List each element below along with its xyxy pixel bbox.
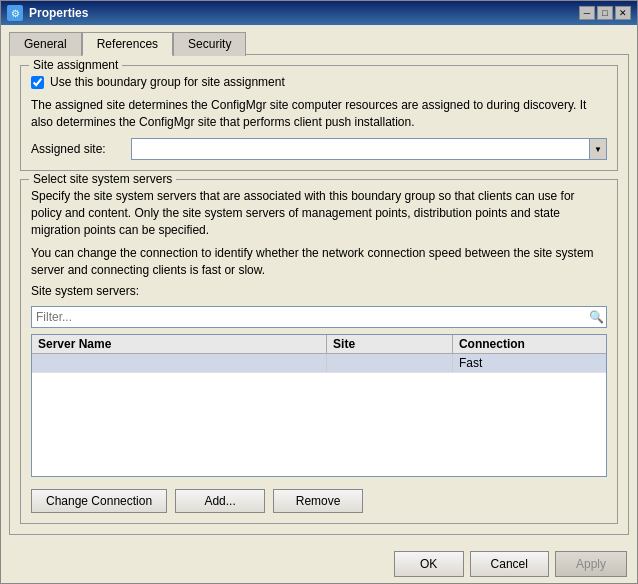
site-assignment-group: Site assignment Use this boundary group … (20, 65, 618, 171)
filter-input[interactable] (34, 307, 589, 327)
server-table: Server Name Site Connection Fast (31, 334, 607, 477)
table-header: Server Name Site Connection (32, 335, 606, 354)
tab-references[interactable]: References (82, 32, 173, 56)
column-header-server-name: Server Name (32, 335, 327, 353)
dialog-footer: OK Cancel Apply (1, 543, 637, 583)
cancel-button[interactable]: Cancel (470, 551, 549, 577)
site-servers-content: Specify the site system servers that are… (31, 188, 607, 513)
assigned-site-dropdown-container: ▼ (131, 138, 607, 160)
search-icon: 🔍 (589, 310, 604, 324)
add-button[interactable]: Add... (175, 489, 265, 513)
table-row[interactable]: Fast (32, 354, 606, 373)
servers-description2: You can change the connection to identif… (31, 245, 607, 279)
properties-dialog: ⚙ Properties ─ □ ✕ General References Se… (0, 0, 638, 584)
cell-server-name (32, 354, 327, 372)
close-button[interactable]: ✕ (615, 6, 631, 20)
checkbox-label[interactable]: Use this boundary group for site assignm… (50, 74, 285, 91)
filter-row: 🔍 (31, 306, 607, 328)
window-icon: ⚙ (7, 5, 23, 21)
servers-description1: Specify the site system servers that are… (31, 188, 607, 238)
ok-button[interactable]: OK (394, 551, 464, 577)
cell-site (327, 354, 453, 372)
servers-label: Site system servers: (31, 284, 607, 298)
title-bar: ⚙ Properties ─ □ ✕ (1, 1, 637, 25)
column-header-connection: Connection (453, 335, 606, 353)
checkbox-row: Use this boundary group for site assignm… (31, 74, 607, 91)
tab-security[interactable]: Security (173, 32, 246, 56)
assigned-site-dropdown[interactable] (131, 138, 607, 160)
use-boundary-group-checkbox[interactable] (31, 76, 44, 89)
tab-bar: General References Security (9, 31, 629, 55)
site-system-servers-title: Select site system servers (29, 172, 176, 186)
site-assignment-title: Site assignment (29, 58, 122, 72)
change-connection-button[interactable]: Change Connection (31, 489, 167, 513)
tab-references-content: Site assignment Use this boundary group … (9, 54, 629, 535)
tab-general[interactable]: General (9, 32, 82, 56)
apply-button[interactable]: Apply (555, 551, 627, 577)
server-action-buttons: Change Connection Add... Remove (31, 489, 607, 513)
assigned-site-label: Assigned site: (31, 142, 121, 156)
remove-button[interactable]: Remove (273, 489, 363, 513)
site-assignment-description: The assigned site determines the ConfigM… (31, 97, 607, 131)
site-system-servers-group: Select site system servers Specify the s… (20, 179, 618, 524)
window-title: Properties (29, 6, 88, 20)
dialog-content: General References Security Site assignm… (1, 25, 637, 543)
assigned-site-row: Assigned site: ▼ (31, 138, 607, 160)
minimize-button[interactable]: ─ (579, 6, 595, 20)
maximize-button[interactable]: □ (597, 6, 613, 20)
column-header-site: Site (327, 335, 453, 353)
cell-connection: Fast (453, 354, 606, 372)
